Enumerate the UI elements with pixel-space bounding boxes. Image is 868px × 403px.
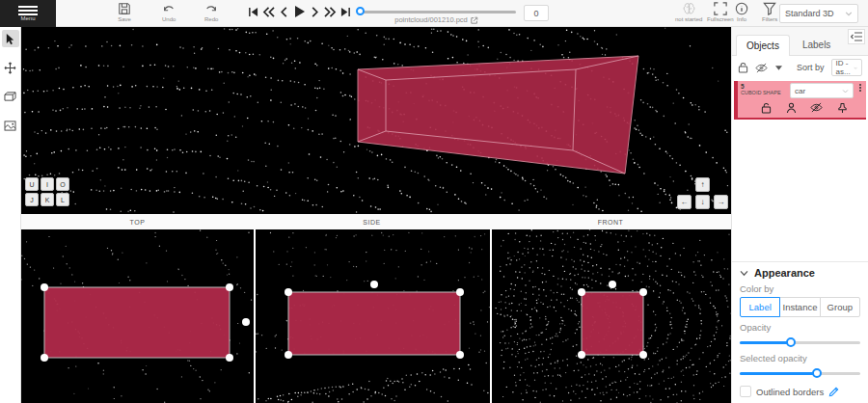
object-id: 5 [741,83,787,90]
frame-slider-handle[interactable] [356,7,365,15]
fullscreen-icon [714,2,727,15]
link-icon[interactable] [471,16,478,24]
camera-arrowpad: ↑ ← ↓ → [677,177,729,210]
opacity-slider-handle[interactable] [786,337,796,347]
last-frame-button[interactable] [339,3,352,20]
arrow-up-button[interactable]: ↑ [695,177,710,192]
arrow-right-button[interactable]: → [714,195,728,209]
opacity-slider[interactable] [740,336,860,348]
expand-all-button[interactable] [774,65,783,71]
selected-opacity-slider-handle[interactable] [812,368,822,378]
outlined-borders-label: Outlined borders [756,387,824,397]
object-occluded-button[interactable] [786,102,797,114]
menu-label: Menu [20,15,35,21]
cuboid-icon [4,91,16,102]
workspace-value: Standard 3D [785,9,834,18]
front-view-label: FRONT [490,214,731,229]
front-view-canvas[interactable] [492,229,731,403]
key-l[interactable]: L [56,193,69,206]
redo-icon [204,2,218,15]
tab-objects[interactable]: Objects [736,35,790,56]
top-view-canvas[interactable] [21,229,254,403]
sort-by-label: Sort by [797,63,825,72]
hamburger-icon [18,6,38,15]
pin-icon [837,102,848,114]
appearance-panel: Appearance Color by Label Instance Group… [732,261,868,403]
info-label: Info [737,16,746,22]
filters-button[interactable]: Filters [762,2,777,22]
move-icon [4,62,16,74]
jump-backward-button[interactable] [262,3,275,20]
object-item-car[interactable]: 5 CUBOID SHAPE car [734,81,866,120]
previous-frame-button[interactable] [278,3,290,20]
play-button[interactable] [293,3,306,20]
side-view-canvas[interactable] [256,229,490,403]
opacity-label: Opacity [740,322,860,333]
brain-icon [682,2,696,15]
save-button[interactable]: Save [118,2,131,22]
hide-all-button[interactable] [755,63,768,73]
frame-filename: pointcloud/001210.pcd [357,15,516,24]
arrow-left-button[interactable]: ← [677,195,692,209]
arrow-down-button[interactable]: ↓ [695,195,710,209]
object-label-select[interactable]: car [790,83,854,98]
fullscreen-label: Fullscreen [707,16,734,22]
key-i[interactable]: I [41,177,54,191]
ortho-views [21,229,731,403]
info-icon [735,2,748,15]
appearance-header[interactable]: Appearance [740,267,860,279]
next-frame-button[interactable] [309,3,321,20]
tab-labels[interactable]: Labels [792,34,841,55]
jump-forward-button[interactable] [324,3,337,20]
draw-cuboid-button[interactable] [2,88,19,105]
collapse-sidebar-button[interactable] [848,29,865,44]
move-tool-button[interactable] [2,59,19,76]
sort-select[interactable]: ID - as... [831,59,862,76]
undo-icon [162,2,176,15]
undo-button[interactable]: Undo [162,2,176,22]
selected-opacity-label: Selected opacity [740,353,860,363]
redo-button[interactable]: Redo [204,2,218,22]
workspace-select[interactable]: Standard 3D [779,4,858,23]
fullscreen-button[interactable]: Fullscreen [707,2,734,22]
key-u[interactable]: U [25,177,39,191]
side-view-label: SIDE [254,214,490,229]
top-view-label: TOP [21,214,254,229]
object-hidden-button[interactable] [810,102,823,114]
collapse-icon [851,32,862,41]
side-view-cuboid [285,281,464,359]
object-pinned-button[interactable] [837,102,848,114]
main-menu-button[interactable]: Menu [0,0,56,27]
key-o[interactable]: O [56,177,69,191]
object-menu-button[interactable] [856,83,864,92]
color-by-group-option[interactable]: Group [820,297,860,317]
objects-header: Sort by ID - as... [732,56,868,79]
save-label: Save [118,16,131,22]
ai-status-label: not started [675,16,702,22]
lock-all-button[interactable] [738,62,748,73]
perspective-canvas[interactable]: U I O J K L ↑ ← ↓ → [21,27,731,214]
objects-sidebar: Objects Labels Sort by ID - as... 5 CUBO… [731,27,868,403]
outlined-borders-checkbox[interactable] [740,386,751,397]
ai-tools-button[interactable]: not started [675,2,702,22]
key-k[interactable]: K [41,193,54,206]
color-by-instance-option[interactable]: Instance [779,297,820,317]
first-frame-button[interactable] [247,3,259,20]
object-lock-button[interactable] [761,102,772,114]
info-button[interactable]: Info [735,2,748,22]
cursor-tool-button[interactable] [2,30,19,47]
unlock-icon [761,102,772,114]
person-icon [786,102,797,114]
player-controls [247,3,352,20]
key-j[interactable]: J [25,193,39,206]
photo-context-button[interactable] [2,117,19,134]
cursor-icon [5,33,15,45]
camera-keyhints: U I O J K L [25,177,69,206]
color-by-label-option[interactable]: Label [740,297,780,317]
object-type: CUBOID SHAPE [741,90,787,95]
pencil-icon[interactable] [828,387,839,397]
image-icon [4,121,16,131]
selected-opacity-slider[interactable] [740,367,860,379]
frame-number-input[interactable] [524,5,549,21]
controls-sidebar [0,27,21,403]
